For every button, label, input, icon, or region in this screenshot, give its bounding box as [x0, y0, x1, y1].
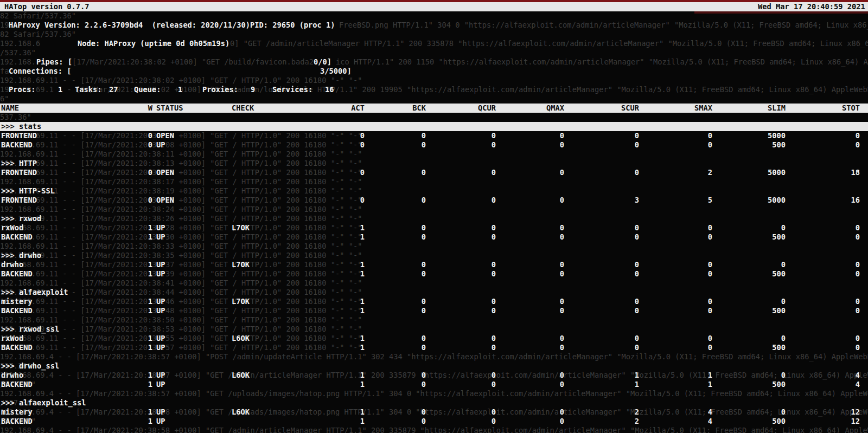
haproxy-version-line-text: HAProxy Version: 2.2.6-3709bd4 (released… — [9, 21, 335, 30]
cell-stot: 0 — [0, 297, 860, 306]
log-line: 192.168.69.4 - - [17/Mar/2021:20:38:57 +… — [0, 389, 868, 398]
section-row-drwho_ssl[interactable]: >>> drwho_ssl — [0, 361, 868, 371]
log-text: 192.168.69.11 - - [17/Mar/2021:20:38:11 … — [0, 150, 362, 159]
process-stats-line-text: Tasks: — [75, 85, 101, 94]
log-line: /537.36" — [0, 48, 868, 57]
pipes-line: Pipes: [0/0] — [0, 57, 868, 67]
log-text: 537.36" — [0, 113, 31, 122]
cell-stot: 0 — [0, 260, 860, 269]
table-header-row: NAMEWSTATUSCHECKACTBCKQCURQMAXSCURSMAXSL… — [0, 104, 868, 113]
process-stats-line: Procs:1Tasks:27Queue:1Proxies:9Services:… — [0, 85, 868, 94]
clock: Wed Mar 17 20:40:59 2021 — [758, 2, 865, 11]
log-line: 192.168.69.4 - - [17/Mar/2021:20:38:58 +… — [0, 426, 868, 433]
log-text: 192.168.69.11 - - [17/Mar/2021:20:38:17 … — [0, 177, 362, 186]
log-text: 82 Safari/537.36" — [0, 30, 76, 39]
log-text: 82 Safari/537.36" — [0, 11, 76, 21]
node-line-text: Node: HAProxy (uptime 0d 0h05m19s) — [78, 39, 229, 48]
section-label: >>> drwho — [1, 251, 41, 260]
log-text: 192.168.69.11 - - [17/Mar/2021:20:38:24 … — [0, 205, 362, 214]
service-row-stats-BACKEND[interactable]: BACKEND0UP0000005000 — [0, 140, 868, 150]
cell-stot: 0 — [0, 131, 860, 140]
log-text: 192.168.69.11 - - [17/Mar/2021:20:38:41 … — [0, 279, 362, 288]
cell-stot: 0 — [0, 232, 860, 242]
process-stats-line-text: 1 — [58, 85, 62, 94]
section-row-alfaexploit[interactable]: >>> alfaexploit — [0, 288, 868, 297]
log-line: 82 Safari/537.36" — [0, 11, 868, 21]
service-row-rxwod_ssl-BACKEND[interactable]: BACKEND1UP1000005000 — [0, 343, 868, 352]
service-row-alfaexploit-mistery[interactable]: mistery1UPL7OK10000000 — [0, 297, 868, 306]
section-label: >>> rxwod — [1, 214, 41, 223]
cell-stot: 18 — [0, 168, 860, 177]
log-line: 537.36" — [0, 113, 868, 122]
log-line: 192.168.69.4 - - [17/Mar/2021:20:38:57 +… — [0, 352, 868, 361]
service-row-alfaexploit-BACKEND[interactable]: BACKEND1UP1000005000 — [0, 306, 868, 315]
service-row-stats-FRONTEND[interactable]: FRONTEND0OPEN00000050000 — [0, 131, 868, 140]
log-text: 192.168.69.11 - - [17/Mar/2021:20:38:50 … — [0, 315, 362, 325]
cell-stot: 4 — [0, 371, 860, 380]
process-stats-line-text: Procs: — [9, 85, 35, 94]
service-row-alfaexploit_ssl-BACKEND[interactable]: BACKEND1UP10002450012 — [0, 417, 868, 426]
service-row-rxwod_ssl-rxWod[interactable]: rxWod1UPL6OK10000000 — [0, 334, 868, 343]
cell-stot: 0 — [0, 306, 860, 315]
node-line: Node: HAProxy (uptime 0d 0h05m19s) — [0, 39, 868, 48]
section-label: >>> alfaexploit_ssl — [1, 398, 86, 408]
log-text: 192.168.69.4 - - [17/Mar/2021:20:38:57 +… — [0, 389, 868, 398]
cell-stot: 0 — [0, 334, 860, 343]
connections-line: Connections: [3/5000] — [0, 67, 868, 76]
process-stats-line-text: 27 — [109, 85, 118, 94]
process-stats-line-text: Proxies: — [202, 85, 238, 94]
column-header-stot: STOT — [0, 104, 860, 113]
cell-stot: 0 — [0, 343, 860, 352]
cell-stot: 0 — [0, 269, 860, 279]
log-text: 192.168.69.4 - - [17/Mar/2021:20:38:57 +… — [0, 352, 868, 361]
service-row-HTTP-FRONTEND[interactable]: FRONTEND0OPEN000002500018 — [0, 168, 868, 177]
section-row-HTTP-SSL[interactable]: >>> HTTP-SSL — [0, 186, 868, 196]
service-row-drwho_ssl-drwho[interactable]: drwho1UPL6OK10001104 — [0, 371, 868, 380]
section-row-drwho[interactable]: >>> drwho — [0, 251, 868, 260]
process-stats-line-text: 1 — [178, 85, 182, 94]
log-text: 192.168.69.11 - - [17/Mar/2021:20:38:02 … — [0, 76, 362, 85]
pipes-line-text: Pipes: [ — [36, 57, 72, 67]
connections-line-text: 3/5000] — [320, 67, 352, 76]
log-line: 192.168.69.11 - - [17/Mar/2021:20:38:33 … — [0, 242, 868, 251]
section-label: >>> HTTP-SSL — [1, 186, 55, 196]
log-text: /537.36" — [0, 48, 36, 57]
service-row-drwho_ssl-BACKEND[interactable]: BACKEND1UP1000115004 — [0, 380, 868, 389]
connections-line-text: Connections: [ — [9, 67, 71, 76]
section-label: >>> rxwod_ssl — [1, 325, 59, 334]
log-text: 6" — [0, 94, 9, 104]
section-row-HTTP[interactable]: >>> HTTP — [0, 159, 868, 168]
hatop-terminal: 82 Safari/537.36"19FreeBSD.png HTTP/1.1"… — [0, 0, 868, 433]
log-line: 192.168.69.11 - - [17/Mar/2021:20:38:41 … — [0, 279, 868, 288]
section-label: >>> alfaexploit — [1, 288, 68, 297]
log-line: 192.168.69.11 - - [17/Mar/2021:20:38:24 … — [0, 205, 868, 214]
log-line: 6" — [0, 94, 868, 104]
process-stats-line-text: 9 — [251, 85, 255, 94]
cell-stot: 0 — [0, 140, 860, 150]
service-row-alfaexploit_ssl-mistery[interactable]: mistery1UPL6OK100024012 — [0, 408, 868, 417]
section-label: >>> stats — [1, 122, 41, 131]
log-text: 192.168.69.11 - - [17/Mar/2021:20:38:33 … — [0, 242, 362, 251]
cell-stot: 12 — [0, 408, 860, 417]
process-stats-line-text: 16 — [325, 85, 334, 94]
service-row-rxwod-BACKEND[interactable]: BACKEND1UP1000005000 — [0, 232, 868, 242]
section-row-rxwod[interactable]: >>> rxwod — [0, 214, 868, 223]
section-row-stats[interactable]: >>> stats — [0, 122, 868, 131]
log-line: 82 Safari/537.36" — [0, 30, 868, 39]
log-line: 192.168.69.11 - - [17/Mar/2021:20:38:02 … — [0, 76, 868, 85]
cell-stot: 0 — [0, 223, 860, 232]
cell-stot: 16 — [0, 196, 860, 205]
section-row-alfaexploit_ssl[interactable]: >>> alfaexploit_ssl — [0, 398, 868, 408]
section-row-rxwod_ssl[interactable]: >>> rxwod_ssl — [0, 325, 868, 334]
service-row-drwho-BACKEND[interactable]: BACKEND1UP1000005000 — [0, 269, 868, 279]
log-line: 192.168.69.11 - - [17/Mar/2021:20:38:50 … — [0, 315, 868, 325]
title-bar: HATop version 0.7.7 Wed Mar 17 20:40:59 … — [0, 2, 868, 11]
log-line: 192.168.69.11 - - [17/Mar/2021:20:38:11 … — [0, 150, 868, 159]
section-label: >>> drwho_ssl — [1, 361, 59, 371]
service-row-rxwod-rxWod[interactable]: rxWod1UPL7OK10000000 — [0, 223, 868, 232]
process-stats-line-text: Queue: — [134, 85, 161, 94]
log-line: 192.168.69.11 - - [17/Mar/2021:20:38:17 … — [0, 177, 868, 186]
process-stats-line-text: Services: — [272, 85, 312, 94]
service-row-drwho-drwho[interactable]: drwho1UPL7OK10000000 — [0, 260, 868, 269]
service-row-HTTP-SSL-FRONTEND[interactable]: FRONTEND0OPEN000035500016 — [0, 196, 868, 205]
